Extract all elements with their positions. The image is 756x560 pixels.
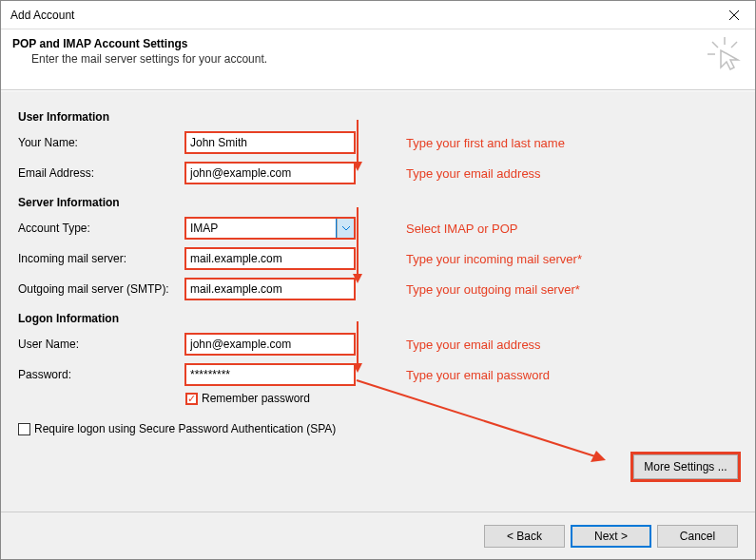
spa-checkbox[interactable] bbox=[18, 423, 30, 435]
header-title: POP and IMAP Account Settings bbox=[12, 33, 744, 50]
label-password: Password: bbox=[18, 368, 185, 381]
svg-line-5 bbox=[731, 42, 737, 48]
label-your-name: Your Name: bbox=[18, 136, 185, 149]
account-type-dropdown[interactable]: IMAP bbox=[185, 218, 355, 239]
section-server-info: Server Information bbox=[18, 196, 738, 209]
incoming-server-input[interactable] bbox=[185, 248, 355, 269]
account-type-value: IMAP bbox=[186, 222, 337, 235]
password-input[interactable] bbox=[185, 364, 355, 385]
hint-password: Type your email password bbox=[406, 368, 550, 382]
dialog-footer: < Back Next > Cancel bbox=[1, 512, 755, 559]
hint-outgoing: Type your outgoing mail server* bbox=[406, 282, 580, 297]
hint-your-name: Type your first and last name bbox=[406, 136, 565, 150]
next-button-label: Next > bbox=[594, 530, 628, 543]
cancel-button[interactable]: Cancel bbox=[657, 525, 738, 548]
dropdown-button[interactable] bbox=[337, 219, 354, 238]
close-button[interactable] bbox=[712, 1, 755, 29]
svg-marker-13 bbox=[591, 451, 606, 462]
your-name-input[interactable] bbox=[185, 132, 355, 153]
header-subtitle: Enter the mail server settings for your … bbox=[12, 50, 744, 66]
chevron-down-icon bbox=[342, 226, 350, 231]
label-user-name: User Name: bbox=[18, 338, 185, 351]
hint-email: Type your email address bbox=[406, 166, 541, 181]
outgoing-server-input[interactable] bbox=[185, 279, 355, 299]
window-title: Add Account bbox=[10, 9, 74, 22]
label-email: Email Address: bbox=[18, 166, 185, 180]
cancel-button-label: Cancel bbox=[680, 530, 715, 543]
add-account-dialog: Add Account POP and IMAP Account Setting… bbox=[0, 0, 756, 560]
more-settings-label: More Settings ... bbox=[644, 460, 727, 473]
dialog-body: User Information Your Name: Type your fi… bbox=[1, 91, 755, 512]
label-incoming: Incoming mail server: bbox=[18, 252, 185, 265]
spa-label: Require logon using Secure Password Auth… bbox=[34, 422, 336, 435]
hint-user-name: Type your email address bbox=[406, 338, 541, 352]
close-icon bbox=[729, 10, 739, 20]
back-button-label: < Back bbox=[507, 530, 542, 543]
hint-incoming: Type your incoming mail server* bbox=[406, 252, 582, 266]
remember-password-label: Remember password bbox=[202, 392, 310, 405]
email-input[interactable] bbox=[185, 163, 355, 183]
remember-password-checkbox[interactable] bbox=[185, 393, 198, 405]
next-button[interactable]: Next > bbox=[571, 525, 651, 548]
back-button[interactable]: < Back bbox=[484, 525, 565, 548]
dialog-header: POP and IMAP Account Settings Enter the … bbox=[1, 29, 755, 90]
more-settings-button[interactable]: More Settings ... bbox=[633, 454, 738, 479]
user-name-input[interactable] bbox=[185, 334, 355, 355]
section-logon-info: Logon Information bbox=[18, 312, 738, 325]
section-user-info: User Information bbox=[18, 110, 738, 124]
label-outgoing: Outgoing mail server (SMTP): bbox=[18, 282, 185, 296]
hint-account-type: Select IMAP or POP bbox=[406, 222, 518, 236]
svg-line-4 bbox=[712, 42, 718, 48]
label-account-type: Account Type: bbox=[18, 222, 185, 235]
cursor-icon bbox=[706, 35, 744, 76]
titlebar: Add Account bbox=[1, 1, 755, 29]
